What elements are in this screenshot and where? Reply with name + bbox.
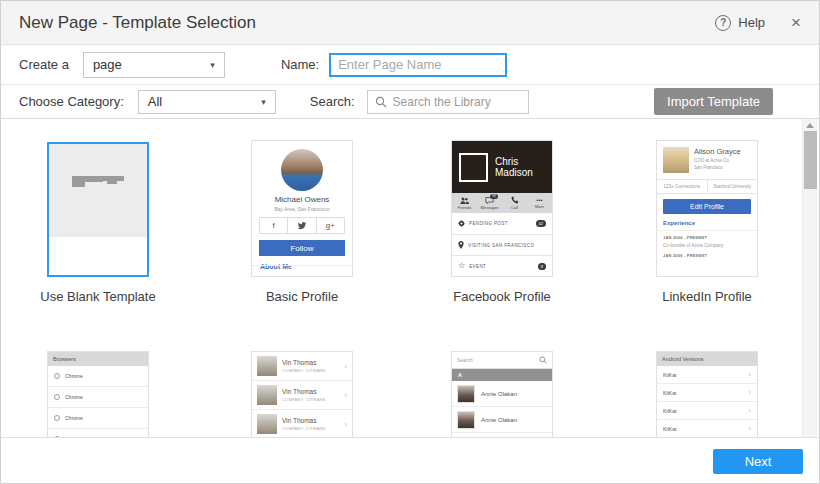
template-card-linkedin-profile[interactable]: Alison Grayce COO at Acme Co. San Franci… — [656, 140, 758, 277]
job-role: Co-founder of Acme Company — [663, 243, 751, 248]
new-page-dialog: New Page - Template Selection ? Help × C… — [0, 0, 820, 484]
radio-icon — [54, 394, 60, 400]
facebook-header: Chris Madison — [452, 141, 552, 193]
vertical-scrollbar[interactable] — [802, 119, 817, 438]
mini-search-bar: Search — [452, 352, 552, 369]
avatar — [457, 437, 475, 439]
list-item: Chrome — [48, 408, 148, 429]
template-caption-basic: Basic Profile — [222, 289, 382, 304]
call-button: Call — [502, 193, 527, 213]
avatar — [663, 147, 689, 173]
help-icon: ? — [715, 15, 731, 31]
radio-icon — [54, 436, 60, 438]
list-item: KitKat› — [657, 402, 757, 420]
chevron-right-icon: › — [344, 362, 347, 371]
dialog-footer: Next — [1, 438, 819, 484]
profile-name: Michael Owens — [252, 195, 352, 204]
twitter-icon — [288, 218, 316, 233]
list-item: KitKat› — [657, 420, 757, 438]
job-date: JAN 2006 - PRESENT — [663, 235, 751, 240]
friends-button: Friends — [452, 193, 477, 213]
event-row: ☆ EVENT 8 — [452, 255, 552, 276]
template-card-android-versions[interactable]: Android Versions KitKat› KitKat› KitKat›… — [656, 351, 758, 438]
avatar — [457, 385, 475, 403]
template-card-browsers-list[interactable]: Browsers Chrome Chrome Chrome Chrome — [47, 351, 149, 438]
template-card-facebook-profile[interactable]: Chris Madison Friends Messages 99 Call • — [451, 140, 553, 277]
import-template-button[interactable]: Import Template — [654, 88, 773, 115]
list-item: KitKat› — [657, 366, 757, 384]
facebook-toolbar: Friends Messages 99 Call ••• More — [452, 193, 552, 213]
location-pin-icon — [458, 241, 464, 249]
profile-name: Chris Madison — [495, 156, 545, 179]
list-item: Chrome — [48, 366, 148, 387]
chevron-right-icon: › — [748, 370, 751, 379]
list-item: Annie Olakan — [452, 407, 552, 433]
template-card-search-list[interactable]: Search A Annie Olakan Annie Olakan — [451, 351, 553, 438]
library-search-box — [367, 90, 529, 114]
radio-icon — [54, 373, 60, 379]
gear-icon — [458, 220, 465, 227]
messages-button: Messages 99 — [477, 193, 502, 213]
job-date: JAN 2006 - PRESENT — [663, 253, 751, 258]
filter-row: Choose Category: All ▾ Search: Import Te… — [1, 85, 819, 119]
divider — [252, 265, 352, 266]
avatar — [257, 356, 277, 376]
help-button[interactable]: ? Help — [715, 15, 765, 31]
dropdown-arrow-icon: ▾ — [210, 60, 215, 70]
pending-post-row: PENDING POST 42 — [452, 213, 552, 234]
scroll-up-arrow-icon[interactable] — [806, 123, 814, 128]
search-icon — [375, 96, 387, 108]
list-item: Chrome — [48, 429, 148, 438]
library-search-input[interactable] — [393, 95, 521, 109]
follow-button: Follow — [259, 240, 345, 256]
scrollbar-thumb[interactable] — [804, 131, 817, 189]
close-icon[interactable]: × — [791, 14, 801, 31]
blank-preview — [49, 144, 147, 237]
list-header: Browsers — [48, 352, 148, 366]
avatar — [257, 385, 277, 405]
chevron-right-icon: › — [748, 388, 751, 397]
experience-heading: Experience — [663, 220, 751, 226]
chevron-right-icon: › — [748, 424, 751, 433]
section-header: A — [452, 369, 552, 381]
profile-role: COO at Acme Co. — [694, 158, 741, 164]
visiting-row: VISITING SAN FRANCISCO — [452, 234, 552, 255]
avatar — [257, 414, 277, 434]
connections-cell: 123+ Connections — [657, 180, 708, 193]
list-item — [452, 433, 552, 438]
list-item: Vin Thomas COMPANY: CITIBANK › — [252, 381, 352, 410]
create-row: Create a page ▾ Name: — [1, 45, 819, 85]
list-item: Annie Olakan — [452, 381, 552, 407]
text-lines-icon — [72, 176, 124, 206]
template-grid: Use Blank Template Michael Owens Bay Are… — [1, 119, 819, 438]
friends-icon — [460, 197, 469, 204]
page-name-input[interactable] — [329, 53, 507, 77]
template-caption-facebook: Facebook Profile — [422, 289, 582, 304]
avatar — [281, 149, 323, 191]
next-button[interactable]: Next — [713, 449, 803, 474]
chevron-right-icon: › — [344, 391, 347, 400]
create-a-label: Create a — [19, 57, 69, 72]
phone-icon — [511, 196, 519, 204]
category-select[interactable]: All ▾ — [138, 90, 276, 114]
chevron-right-icon: › — [748, 406, 751, 415]
template-card-blank[interactable] — [47, 142, 149, 277]
pending-post-badge: 42 — [536, 220, 546, 227]
divider — [657, 230, 757, 231]
create-type-select[interactable]: page ▾ — [83, 52, 225, 78]
template-card-basic-profile[interactable]: Michael Owens Bay Area, San Francisco f … — [251, 140, 353, 277]
dialog-title: New Page - Template Selection — [19, 13, 256, 33]
social-buttons: f g+ — [259, 217, 345, 234]
facebook-icon: f — [260, 218, 288, 233]
template-card-contacts-list[interactable]: Vin Thomas COMPANY: CITIBANK › Vin Thoma… — [251, 351, 353, 438]
linkedin-header: Alison Grayce COO at Acme Co. San Franci… — [657, 141, 757, 179]
more-dots-icon: ••• — [536, 198, 542, 203]
choose-category-label: Choose Category: — [19, 94, 124, 109]
radio-icon — [54, 415, 60, 421]
event-badge: 8 — [538, 263, 546, 270]
template-caption-blank: Use Blank Template — [18, 289, 178, 304]
create-type-value: page — [93, 57, 122, 72]
edit-profile-button: Edit Profile — [663, 199, 751, 214]
list-item: Vin Thomas COMPANY: CITIBANK › — [252, 410, 352, 438]
school-cell: Stanford University — [708, 180, 758, 193]
